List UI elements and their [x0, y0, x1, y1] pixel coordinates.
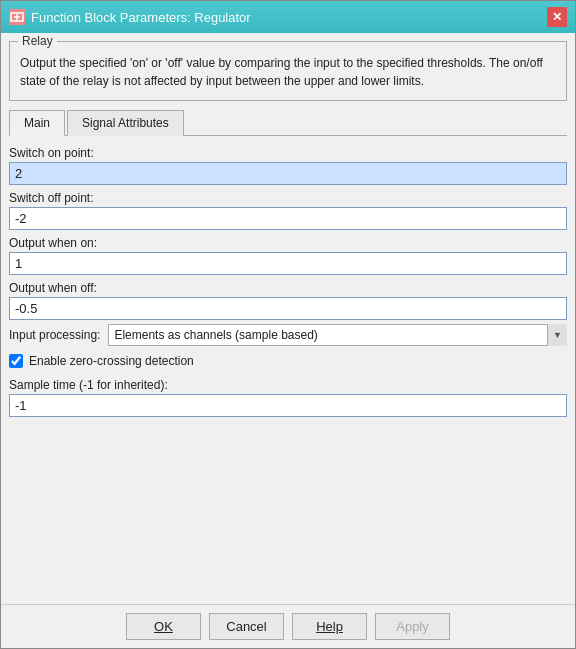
help-label: Help	[316, 619, 343, 634]
tab-bar: Main Signal Attributes	[9, 109, 567, 136]
help-button[interactable]: Help	[292, 613, 367, 640]
relay-group: Relay Output the specified 'on' or 'off'…	[9, 41, 567, 101]
button-bar: OK Cancel Help Apply	[1, 604, 575, 648]
apply-label: Apply	[396, 619, 429, 634]
sample-time-input[interactable]	[9, 394, 567, 417]
zero-crossing-label: Enable zero-crossing detection	[29, 354, 194, 368]
switch-on-point-label: Switch on point:	[9, 144, 567, 160]
block-icon	[9, 9, 25, 25]
switch-on-point-input[interactable]	[9, 162, 567, 185]
output-when-on-group: Output when on:	[9, 234, 567, 275]
main-window: Function Block Parameters: Regulator ✕ R…	[0, 0, 576, 649]
output-when-on-label: Output when on:	[9, 234, 567, 250]
title-bar-left: Function Block Parameters: Regulator	[9, 9, 251, 25]
output-when-off-group: Output when off:	[9, 279, 567, 320]
window-title: Function Block Parameters: Regulator	[31, 10, 251, 25]
tab-signal-attributes[interactable]: Signal Attributes	[67, 110, 184, 136]
zero-crossing-checkbox[interactable]	[9, 354, 23, 368]
switch-off-point-group: Switch off point:	[9, 189, 567, 230]
switch-off-point-input[interactable]	[9, 207, 567, 230]
close-button[interactable]: ✕	[547, 7, 567, 27]
tab-main[interactable]: Main	[9, 110, 65, 136]
input-processing-label: Input processing:	[9, 328, 100, 342]
apply-button[interactable]: Apply	[375, 613, 450, 640]
ok-label: OK	[154, 619, 173, 634]
relay-description: Output the specified 'on' or 'off' value…	[20, 50, 556, 90]
title-bar: Function Block Parameters: Regulator ✕	[1, 1, 575, 33]
cancel-label: Cancel	[226, 619, 266, 634]
output-when-off-label: Output when off:	[9, 279, 567, 295]
sample-time-label: Sample time (-1 for inherited):	[9, 376, 567, 392]
switch-on-point-group: Switch on point:	[9, 144, 567, 185]
content-area: Relay Output the specified 'on' or 'off'…	[1, 33, 575, 604]
sample-time-group: Sample time (-1 for inherited):	[9, 376, 567, 417]
cancel-button[interactable]: Cancel	[209, 613, 284, 640]
relay-legend: Relay	[18, 34, 57, 48]
switch-off-point-label: Switch off point:	[9, 189, 567, 205]
form-area: Switch on point: Switch off point: Outpu…	[9, 144, 567, 596]
input-processing-select-wrapper: Elements as channels (sample based) Colu…	[108, 324, 567, 346]
ok-button[interactable]: OK	[126, 613, 201, 640]
input-processing-select[interactable]: Elements as channels (sample based) Colu…	[108, 324, 567, 346]
zero-crossing-row: Enable zero-crossing detection	[9, 350, 567, 372]
input-processing-row: Input processing: Elements as channels (…	[9, 324, 567, 346]
output-when-off-input[interactable]	[9, 297, 567, 320]
output-when-on-input[interactable]	[9, 252, 567, 275]
